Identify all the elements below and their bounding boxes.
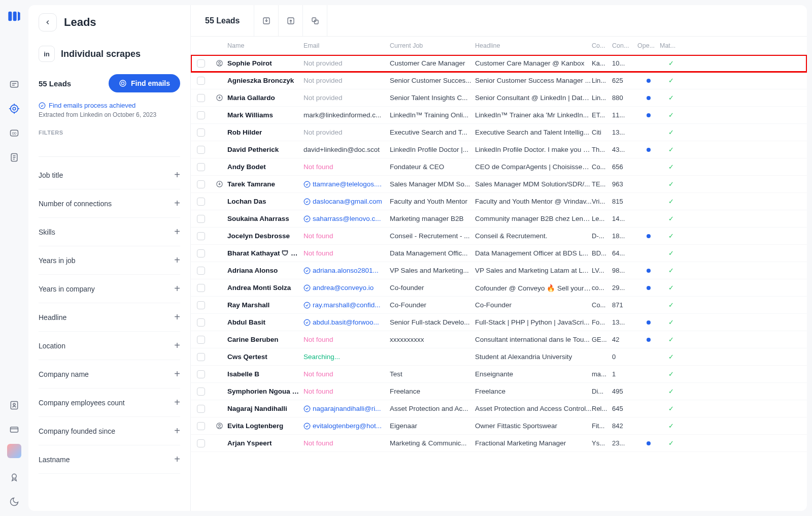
open-cell [637, 234, 660, 238]
nav-billing-icon[interactable] [4, 420, 24, 440]
filter-location[interactable]: Location+ [39, 332, 180, 360]
email-cell[interactable]: ttamrane@telelogos.... [303, 180, 390, 188]
nav-badge-icon[interactable] [4, 467, 24, 488]
row-checkbox[interactable] [197, 439, 205, 447]
table-row[interactable]: Adriana Alonsoadriana.alonso2801...VP Sa… [191, 262, 807, 279]
table-row[interactable]: Ray Marshallray.marshall@confid...Co-Fou… [191, 297, 807, 314]
row-checkbox[interactable] [197, 146, 205, 154]
row-checkbox[interactable] [197, 163, 205, 171]
email-cell[interactable]: andrea@conveyo.io [303, 284, 390, 292]
email-cell[interactable]: saharrass@lenovo.c... [303, 215, 390, 222]
filter-search-input[interactable] [39, 141, 180, 157]
nav-doc-icon[interactable] [4, 147, 24, 168]
table-row[interactable]: Abdul Basitabdul.basit@forwoo...Senior F… [191, 314, 807, 331]
row-checkbox[interactable] [197, 249, 205, 257]
row-checkbox[interactable] [197, 215, 205, 223]
filter-company-founded-since[interactable]: Company founded since+ [39, 417, 180, 445]
row-checkbox[interactable] [197, 198, 205, 206]
filter-years-in-job[interactable]: Years in job+ [39, 246, 180, 275]
nav-contacts-icon[interactable] [4, 395, 24, 415]
table-row[interactable]: Rob HilderNot providedExecutive Search a… [191, 124, 807, 141]
filter-job-title[interactable]: Job title+ [39, 161, 180, 189]
table-row[interactable]: Evita Logtenbergevitalogtenberg@hot...Ei… [191, 417, 807, 435]
import-button[interactable] [254, 5, 279, 36]
job-cell: Customer Care Manager [390, 59, 475, 67]
table-row[interactable]: Sophie PoirotNot providedCustomer Care M… [191, 55, 807, 72]
svg-point-24 [39, 103, 45, 109]
match-cell: ✓ [660, 94, 682, 102]
row-checkbox[interactable] [197, 284, 205, 292]
nav-theme-icon[interactable] [4, 492, 24, 512]
headline-cell: Owner Fittastic Sportswear [475, 422, 592, 430]
table-row[interactable]: Maria GallardoNot providedSenior Talent … [191, 89, 807, 107]
row-checkbox[interactable] [197, 232, 205, 240]
company-cell: Th... [592, 146, 612, 153]
filter-company-employees-count[interactable]: Company employees count+ [39, 389, 180, 417]
row-checkbox[interactable] [197, 111, 205, 119]
filter-headline[interactable]: Headline+ [39, 303, 180, 332]
email-cell: Not found [303, 232, 390, 240]
back-button[interactable] [39, 13, 57, 31]
find-emails-button[interactable]: Find emails [109, 74, 180, 92]
email-cell[interactable]: ray.marshall@confid... [303, 301, 390, 309]
row-checkbox[interactable] [197, 370, 205, 378]
company-cell: ma... [592, 370, 612, 378]
email-cell[interactable]: nagarajnandihalli@ri... [303, 405, 390, 412]
table-row[interactable]: Symphorien Ngoua Be...Not foundFreelance… [191, 383, 807, 400]
table-row[interactable]: Bharat Kathayat 🛡 Ⓛ...Not foundData Mana… [191, 245, 807, 262]
table-row[interactable]: Lochan Dasdaslocana@gmail.comFaculty and… [191, 193, 807, 210]
filter-number-of-connections[interactable]: Number of connections+ [39, 189, 180, 218]
row-checkbox[interactable] [197, 301, 205, 309]
table-row[interactable]: Arjan YspeertNot foundMarketing & Commun… [191, 435, 807, 452]
row-checkbox[interactable] [197, 94, 205, 102]
row-checkbox[interactable] [197, 267, 205, 275]
user-avatar[interactable] [7, 444, 21, 458]
filter-company-name[interactable]: Company name+ [39, 360, 180, 389]
table-row[interactable]: Mark Williamsmark@linkedinformed.c...Lin… [191, 107, 807, 124]
row-checkbox[interactable] [197, 353, 205, 361]
row-checkbox[interactable] [197, 59, 205, 68]
table-row[interactable]: Cws QertestSearching...Student at Alexan… [191, 348, 807, 366]
export-button[interactable] [279, 5, 303, 36]
row-checkbox[interactable] [197, 388, 205, 396]
email-cell[interactable]: adriana.alonso2801... [303, 267, 390, 274]
table-row[interactable]: Isabelle BNot foundTestEnseignantema...1… [191, 366, 807, 383]
table-row[interactable]: Soukaina Aharrasssaharrass@lenovo.c...Ma… [191, 210, 807, 228]
headline-cell: Conseil & Recrutement. [475, 232, 592, 240]
table-row[interactable]: Carine BerubenNot foundxxxxxxxxxxConsult… [191, 331, 807, 348]
row-checkbox[interactable] [197, 318, 205, 327]
row-checkbox[interactable] [197, 405, 205, 413]
nav-counter-icon[interactable]: 00 [4, 123, 24, 143]
table-row[interactable]: Andy BodetNot foundFondateur & CEOCEO de… [191, 158, 807, 176]
svg-point-22 [120, 80, 126, 86]
name-cell: Mark Williams [227, 111, 303, 119]
filter-skills[interactable]: Skills+ [39, 218, 180, 246]
table-row[interactable]: Andrea Monti Solzaandrea@conveyo.ioCo-fo… [191, 279, 807, 297]
table-row[interactable]: Nagaraj Nandihallinagarajnandihalli@ri..… [191, 400, 807, 417]
email-cell[interactable]: abdul.basit@forwoo... [303, 318, 390, 326]
match-cell: ✓ [660, 439, 682, 447]
row-checkbox[interactable] [197, 422, 205, 430]
list-name: Individual scrapes [61, 49, 141, 59]
duplicate-button[interactable] [303, 5, 327, 36]
job-cell: Marketing & Communic... [390, 439, 475, 447]
table-row[interactable]: David Petherickdavid+linkedin@doc.scotLi… [191, 141, 807, 158]
svg-point-6 [13, 107, 16, 110]
row-checkbox[interactable] [197, 77, 205, 85]
filter-lastname[interactable]: Lastname+ [39, 445, 180, 474]
match-cell: ✓ [660, 111, 682, 119]
row-checkbox[interactable] [197, 180, 205, 188]
company-cell: Le... [592, 215, 612, 222]
filter-years-in-company[interactable]: Years in company+ [39, 275, 180, 303]
row-checkbox[interactable] [197, 128, 205, 137]
table-row[interactable]: Tarek Tamranettamrane@telelogos....Sales… [191, 176, 807, 193]
nav-messages-icon[interactable] [4, 74, 24, 94]
job-cell: Senior Full-stack Develo... [390, 318, 475, 326]
table-row[interactable]: Jocelyn DesbrosseNot foundConseil - Recr… [191, 228, 807, 245]
connections-cell: 815 [612, 198, 637, 205]
table-row[interactable]: Agnieszka BronczykNot providedSenior Cus… [191, 72, 807, 89]
email-cell[interactable]: daslocana@gmail.com [303, 198, 390, 205]
email-cell[interactable]: evitalogtenberg@hot... [303, 422, 390, 430]
row-checkbox[interactable] [197, 336, 205, 344]
nav-target-icon[interactable] [4, 99, 24, 119]
